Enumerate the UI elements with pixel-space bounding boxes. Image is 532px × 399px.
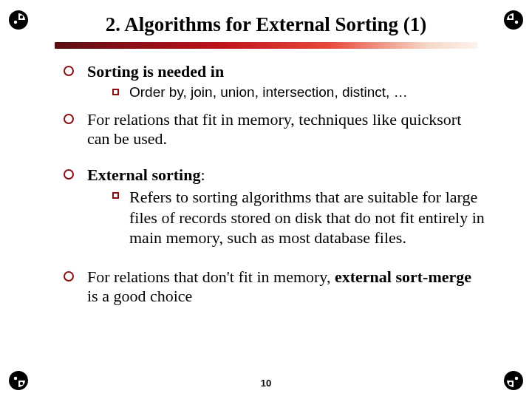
bullet-post: is a good choice	[87, 287, 192, 305]
bullet-bold: external sort-merge	[335, 267, 471, 286]
slide: 2. Algorithms for External Sorting (1) S…	[0, 0, 532, 399]
flip-icon	[502, 9, 525, 31]
title-rule	[55, 42, 477, 49]
list-item: For relations that don't fit in memory, …	[64, 267, 485, 307]
svg-point-4	[515, 21, 518, 24]
bullet-text: External sorting:	[87, 166, 485, 185]
circle-bullet-icon	[64, 271, 74, 282]
list-item: For relations that fit in memory, techni…	[64, 110, 485, 150]
sub-bullet-text: Refers to sorting algorithms that are su…	[129, 187, 485, 248]
sub-bullet-text: Order by, join, union, intersection, dis…	[129, 83, 408, 101]
svg-point-1	[14, 21, 17, 24]
bullet-pre: For relations that don't fit in memory,	[87, 267, 335, 286]
list-item: Sorting is needed in Order by, join, uni…	[64, 62, 485, 104]
slide-title: 2. Algorithms for External Sorting (1)	[55, 13, 477, 36]
list-subitem: Order by, join, union, intersection, dis…	[112, 83, 485, 101]
circle-bullet-icon	[64, 169, 74, 180]
bullet-text: For relations that don't fit in memory, …	[87, 267, 485, 307]
bullet-text: Sorting is needed in	[87, 62, 485, 82]
bullet-lead-bold: External sorting	[87, 166, 200, 184]
slide-content: Sorting is needed in Order by, join, uni…	[64, 62, 485, 307]
page-number: 10	[0, 378, 532, 389]
circle-bullet-icon	[64, 66, 74, 76]
flip-icon	[7, 9, 30, 31]
list-subitem: Refers to sorting algorithms that are su…	[112, 187, 485, 248]
svg-point-2	[20, 16, 23, 18]
square-bullet-icon	[112, 89, 119, 95]
square-bullet-icon	[112, 192, 119, 199]
list-item: External sorting: Refers to sorting algo…	[64, 166, 485, 250]
bullet-lead-tail: :	[200, 166, 205, 184]
bullet-text: For relations that fit in memory, techni…	[87, 110, 485, 150]
circle-bullet-icon	[64, 114, 74, 124]
svg-point-5	[509, 16, 512, 18]
